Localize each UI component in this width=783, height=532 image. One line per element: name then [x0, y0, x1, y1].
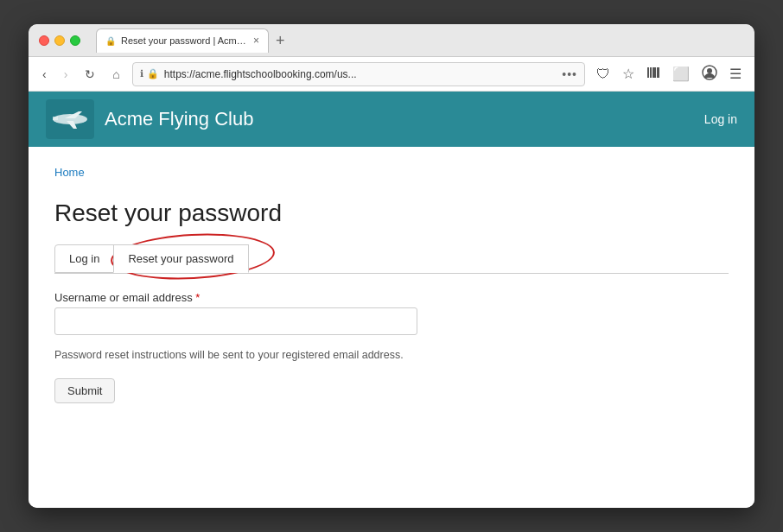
home-button[interactable]: ⌂ [107, 65, 124, 84]
page-content: Acme Flying Club Log in Home Reset your … [29, 92, 754, 508]
submit-button[interactable]: Submit [54, 378, 115, 403]
bookmark-button[interactable]: ☆ [618, 62, 639, 86]
lock-icon: 🔒 [147, 68, 159, 79]
shield-button[interactable]: 🛡 [592, 63, 614, 86]
address-security-icons: ℹ 🔒 [140, 68, 159, 79]
tab-reset-password[interactable]: Reset your password [113, 244, 248, 273]
auth-tabs: Log in Reset your password [54, 244, 729, 274]
site-login-link[interactable]: Log in [704, 112, 737, 126]
library-button[interactable] [642, 62, 665, 86]
main-content: Home Reset your password Log in Reset yo… [29, 147, 754, 508]
minimize-window-button[interactable] [54, 35, 65, 46]
tab-login[interactable]: Log in [54, 244, 114, 273]
svg-point-5 [707, 68, 712, 73]
svg-rect-0 [647, 67, 649, 78]
address-text: https://acme.flightschoolbooking.com/us.… [164, 68, 557, 80]
site-title: Acme Flying Club [105, 108, 253, 130]
browser-window: 🔒 Reset your password | Acme Fl... × + ‹… [29, 24, 754, 508]
username-label: Username or email address * [54, 291, 729, 304]
username-input[interactable] [54, 307, 417, 335]
traffic-lights [39, 35, 80, 46]
nav-right-buttons: 🛡 ☆ ⬜ ☰ [592, 61, 746, 87]
forward-button[interactable]: › [59, 65, 73, 84]
close-window-button[interactable] [39, 35, 49, 46]
page-heading: Reset your password [54, 200, 729, 227]
svg-marker-10 [53, 117, 58, 120]
username-form-group: Username or email address * [54, 291, 729, 335]
required-star: * [195, 291, 200, 304]
reload-button[interactable]: ↻ [80, 65, 100, 84]
svg-rect-1 [650, 67, 652, 78]
breadcrumb-home[interactable]: Home [54, 166, 85, 179]
svg-rect-2 [652, 67, 656, 78]
svg-rect-3 [657, 67, 659, 78]
site-logo-area: Acme Flying Club [46, 99, 253, 139]
back-button[interactable]: ‹ [37, 65, 52, 84]
tab-favicon-icon: 🔒 [105, 36, 116, 46]
tab-label: Reset your password | Acme Fl... [121, 35, 248, 46]
form-hint: Password reset instructions will be sent… [54, 349, 729, 361]
browser-tab-active[interactable]: 🔒 Reset your password | Acme Fl... × [96, 28, 269, 53]
tab-bar: 🔒 Reset your password | Acme Fl... × + [96, 24, 744, 56]
address-more-icon[interactable]: ••• [562, 67, 577, 81]
nav-bar: ‹ › ↻ ⌂ ℹ 🔒 https://acme.flightschoolboo… [29, 57, 754, 92]
address-bar[interactable]: ℹ 🔒 https://acme.flightschoolbooking.com… [132, 62, 585, 86]
info-icon: ℹ [140, 68, 143, 79]
site-header: Acme Flying Club Log in [29, 92, 754, 147]
title-bar: 🔒 Reset your password | Acme Fl... × + [29, 24, 754, 57]
container-button[interactable]: ⬜ [668, 62, 694, 86]
profile-button[interactable] [697, 61, 722, 87]
menu-button[interactable]: ☰ [725, 62, 746, 86]
new-tab-button[interactable]: + [272, 33, 289, 48]
maximize-window-button[interactable] [70, 35, 80, 46]
site-logo-icon [46, 99, 94, 139]
tab-close-icon[interactable]: × [253, 35, 259, 46]
